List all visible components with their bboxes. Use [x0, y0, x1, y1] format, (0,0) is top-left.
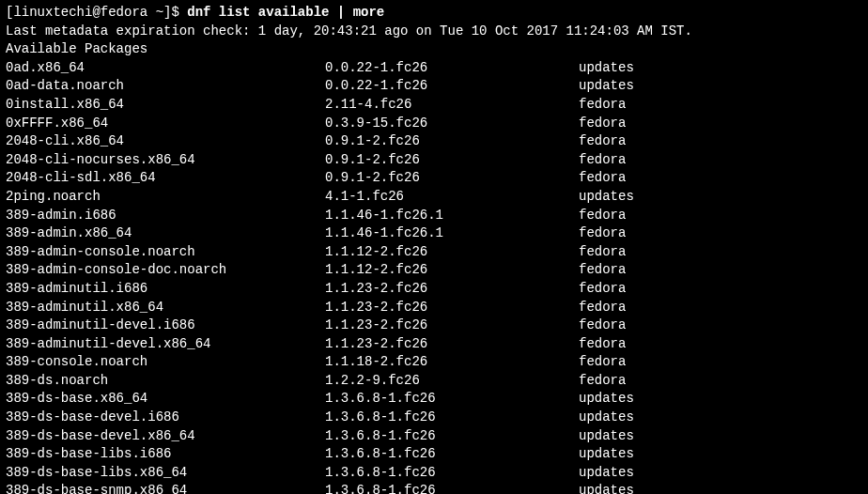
package-name: 389-admin-console.noarch — [6, 243, 325, 262]
package-name: 389-console.noarch — [6, 353, 325, 372]
package-repo: fedora — [579, 299, 626, 317]
package-version: 4.1-1.fc26 — [325, 188, 579, 207]
package-version: 1.2.2-9.fc26 — [325, 372, 579, 391]
package-row: 389-console.noarch1.1.18-2.fc26fedora — [6, 353, 862, 372]
package-list: 0ad.x86_640.0.22-1.fc26updates0ad-data.n… — [6, 59, 862, 494]
package-repo: fedora — [579, 316, 626, 335]
package-name: 389-adminutil-devel.i686 — [6, 316, 325, 335]
package-version: 1.1.12-2.fc26 — [325, 261, 579, 280]
package-name: 389-admin.i686 — [6, 207, 325, 225]
package-version: 0.9.1-2.fc26 — [325, 132, 579, 151]
package-row: 389-ds-base-snmp.x86_641.3.6.8-1.fc26upd… — [6, 482, 862, 494]
package-repo: updates — [579, 77, 634, 96]
package-row: 2048-cli-sdl.x86_640.9.1-2.fc26fedora — [6, 169, 862, 188]
package-version: 2.11-4.fc26 — [325, 96, 579, 115]
package-repo: fedora — [579, 169, 626, 188]
package-version: 1.1.23-2.fc26 — [325, 316, 579, 335]
package-name: 389-adminutil.x86_64 — [6, 299, 325, 317]
package-version: 1.1.23-2.fc26 — [325, 299, 579, 317]
package-version: 1.3.6.8-1.fc26 — [325, 445, 579, 464]
package-row: 0xFFFF.x86_640.3.9-15.fc26fedora — [6, 115, 862, 133]
package-repo: updates — [579, 427, 634, 446]
package-version: 1.3.6.8-1.fc26 — [325, 427, 579, 446]
package-version: 1.3.6.8-1.fc26 — [325, 464, 579, 483]
package-row: 389-ds-base-libs.x86_641.3.6.8-1.fc26upd… — [6, 464, 862, 483]
package-name: 389-ds-base-devel.i686 — [6, 409, 325, 427]
packages-header: Available Packages — [6, 40, 862, 59]
package-name: 389-admin.x86_64 — [6, 224, 325, 243]
package-version: 1.1.23-2.fc26 — [325, 335, 579, 354]
package-row: 389-adminutil.i6861.1.23-2.fc26fedora — [6, 280, 862, 299]
package-repo: fedora — [579, 261, 626, 280]
package-repo: fedora — [579, 353, 626, 372]
package-repo: fedora — [579, 372, 626, 391]
package-row: 0install.x86_642.11-4.fc26fedora — [6, 96, 862, 115]
prompt-line: [linuxtechi@fedora ~]$ dnf list availabl… — [6, 4, 862, 23]
package-name: 0xFFFF.x86_64 — [6, 115, 325, 133]
package-row: 2048-cli.x86_640.9.1-2.fc26fedora — [6, 132, 862, 151]
package-repo: updates — [579, 390, 634, 409]
package-name: 389-ds-base-snmp.x86_64 — [6, 482, 325, 494]
package-repo: fedora — [579, 151, 626, 170]
package-name: 389-ds-base-libs.x86_64 — [6, 464, 325, 483]
package-name: 2048-cli-nocurses.x86_64 — [6, 151, 325, 170]
package-repo: updates — [579, 59, 634, 78]
metadata-info-line: Last metadata expiration check: 1 day, 2… — [6, 23, 862, 41]
package-name: 2048-cli-sdl.x86_64 — [6, 169, 325, 188]
package-row: 2ping.noarch4.1-1.fc26updates — [6, 188, 862, 207]
package-version: 1.3.6.8-1.fc26 — [325, 482, 579, 494]
package-name: 0ad.x86_64 — [6, 59, 325, 78]
package-row: 389-ds-base-devel.x86_641.3.6.8-1.fc26up… — [6, 427, 862, 446]
package-repo: fedora — [579, 132, 626, 151]
package-name: 2048-cli.x86_64 — [6, 132, 325, 151]
package-row: 389-admin.i6861.1.46-1.fc26.1fedora — [6, 207, 862, 225]
package-version: 0.0.22-1.fc26 — [325, 59, 579, 78]
package-name: 389-ds.noarch — [6, 372, 325, 391]
package-row: 2048-cli-nocurses.x86_640.9.1-2.fc26fedo… — [6, 151, 862, 170]
package-version: 1.3.6.8-1.fc26 — [325, 409, 579, 427]
package-name: 389-ds-base.x86_64 — [6, 390, 325, 409]
package-version: 0.9.1-2.fc26 — [325, 169, 579, 188]
package-repo: fedora — [579, 224, 626, 243]
package-row: 389-adminutil-devel.x86_641.1.23-2.fc26f… — [6, 335, 862, 354]
package-version: 1.1.23-2.fc26 — [325, 280, 579, 299]
package-name: 389-adminutil.i686 — [6, 280, 325, 299]
package-name: 389-admin-console-doc.noarch — [6, 261, 325, 280]
package-row: 0ad.x86_640.0.22-1.fc26updates — [6, 59, 862, 78]
package-row: 389-admin-console.noarch1.1.12-2.fc26fed… — [6, 243, 862, 262]
package-row: 389-ds.noarch1.2.2-9.fc26fedora — [6, 372, 862, 391]
package-row: 389-adminutil.x86_641.1.23-2.fc26fedora — [6, 299, 862, 317]
package-row: 389-ds-base.x86_641.3.6.8-1.fc26updates — [6, 390, 862, 409]
package-repo: updates — [579, 445, 634, 464]
package-row: 389-ds-base-libs.i6861.3.6.8-1.fc26updat… — [6, 445, 862, 464]
package-repo: updates — [579, 409, 634, 427]
package-name: 389-ds-base-libs.i686 — [6, 445, 325, 464]
package-version: 1.1.12-2.fc26 — [325, 243, 579, 262]
package-repo: updates — [579, 464, 634, 483]
package-version: 1.1.18-2.fc26 — [325, 353, 579, 372]
package-row: 389-ds-base-devel.i6861.3.6.8-1.fc26upda… — [6, 409, 862, 427]
package-name: 389-ds-base-devel.x86_64 — [6, 427, 325, 446]
package-version: 0.9.1-2.fc26 — [325, 151, 579, 170]
package-repo: fedora — [579, 96, 626, 115]
package-row: 389-admin-console-doc.noarch1.1.12-2.fc2… — [6, 261, 862, 280]
package-row: 0ad-data.noarch0.0.22-1.fc26updates — [6, 77, 862, 96]
package-row: 389-admin.x86_641.1.46-1.fc26.1fedora — [6, 224, 862, 243]
package-name: 0ad-data.noarch — [6, 77, 325, 96]
package-repo: fedora — [579, 207, 626, 225]
package-version: 1.1.46-1.fc26.1 — [325, 224, 579, 243]
package-name: 2ping.noarch — [6, 188, 325, 207]
package-repo: updates — [579, 188, 634, 207]
package-version: 0.3.9-15.fc26 — [325, 115, 579, 133]
package-version: 1.1.46-1.fc26.1 — [325, 207, 579, 225]
package-repo: fedora — [579, 280, 626, 299]
package-repo: fedora — [579, 243, 626, 262]
package-row: 389-adminutil-devel.i6861.1.23-2.fc26fed… — [6, 316, 862, 335]
package-repo: updates — [579, 482, 634, 494]
package-repo: fedora — [579, 115, 626, 133]
package-name: 0install.x86_64 — [6, 96, 325, 115]
package-repo: fedora — [579, 335, 626, 354]
shell-command: dnf list available | more — [187, 5, 384, 20]
package-version: 0.0.22-1.fc26 — [325, 77, 579, 96]
shell-prompt: [linuxtechi@fedora ~]$ — [6, 5, 187, 20]
